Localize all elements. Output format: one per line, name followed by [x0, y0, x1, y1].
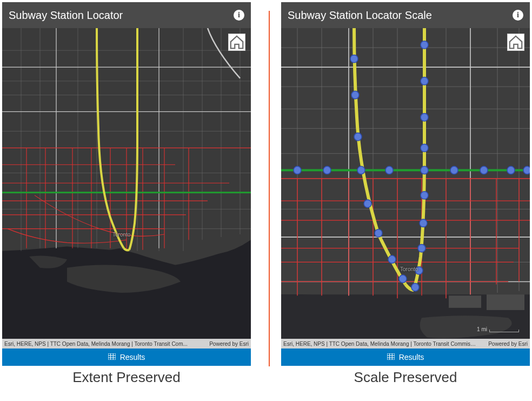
app-header: Subway Station Locator i — [2, 2, 251, 28]
svg-point-23 — [420, 219, 427, 227]
svg-point-29 — [385, 166, 393, 174]
app-header: Subway Station Locator Scale i — [281, 2, 530, 28]
svg-rect-34 — [387, 353, 395, 360]
caption-left: Extent Preserved — [72, 369, 180, 386]
scale-label: 1 mi — [477, 326, 487, 332]
svg-point-25 — [415, 267, 423, 274]
map-viewport-right[interactable]: Toronto 1 mi Esri, HERE, NPS | TTC Open … — [281, 28, 530, 349]
svg-point-17 — [421, 41, 428, 49]
svg-point-26 — [411, 284, 419, 291]
app-frame-left: Subway Station Locator i — [2, 2, 251, 366]
panel-scale-preserved: Subway Station Locator Scale i — [281, 2, 530, 386]
svg-point-24 — [418, 244, 425, 252]
attribution-bar: Esri, HERE, NPS | TTC Open Data, Melinda… — [281, 339, 530, 349]
svg-point-10 — [351, 91, 359, 98]
powered-by-text: Powered by Esri — [488, 341, 528, 347]
app-title: Subway Station Locator Scale — [288, 9, 432, 22]
svg-point-15 — [388, 255, 396, 263]
svg-rect-8 — [487, 294, 524, 310]
svg-point-27 — [294, 166, 301, 174]
scale-bar: 1 mi — [477, 326, 519, 332]
results-label: Results — [399, 353, 424, 361]
results-label: Results — [120, 353, 145, 361]
svg-point-21 — [421, 166, 428, 174]
svg-point-31 — [480, 166, 488, 174]
app-title: Subway Station Locator — [9, 9, 123, 22]
table-icon — [387, 353, 395, 361]
scale-tick — [489, 330, 519, 332]
svg-point-28 — [323, 166, 331, 174]
attribution-bar: Esri, HERE, NPS | TTC Open Data, Melinda… — [2, 339, 251, 349]
info-icon[interactable]: i — [513, 10, 523, 21]
svg-point-18 — [421, 77, 428, 85]
svg-point-13 — [364, 200, 371, 207]
caption-right: Scale Preserved — [354, 369, 457, 386]
svg-point-19 — [421, 114, 428, 121]
attribution-text: Esri, HERE, NPS | TTC Open Data, Melinda… — [4, 341, 198, 347]
svg-point-32 — [507, 166, 515, 174]
svg-point-14 — [375, 229, 382, 237]
powered-by-text: Powered by Esri — [209, 341, 249, 347]
svg-rect-7 — [449, 295, 481, 308]
svg-point-11 — [354, 133, 362, 141]
home-button[interactable] — [228, 34, 245, 51]
svg-point-12 — [357, 166, 365, 174]
vertical-divider — [269, 11, 270, 366]
home-icon — [508, 34, 524, 50]
home-icon — [229, 34, 245, 50]
info-icon[interactable]: i — [234, 10, 244, 21]
table-icon — [108, 353, 116, 361]
svg-point-16 — [399, 275, 407, 282]
svg-point-33 — [523, 166, 530, 174]
map-canvas — [2, 28, 251, 349]
map-canvas — [281, 28, 530, 349]
results-button[interactable]: Results — [2, 349, 251, 366]
svg-point-20 — [421, 144, 428, 152]
map-viewport-left[interactable]: Toronto Esri, HERE, NPS | TTC Open Data,… — [2, 28, 251, 349]
home-button[interactable] — [507, 34, 524, 51]
svg-point-9 — [350, 55, 358, 62]
panel-extent-preserved: Subway Station Locator i — [2, 2, 251, 386]
svg-point-22 — [421, 192, 428, 199]
svg-point-30 — [450, 166, 458, 174]
svg-rect-1 — [108, 353, 116, 360]
attribution-text: Esri, HERE, NPS | TTC Open Data, Melinda… — [283, 341, 477, 347]
results-button[interactable]: Results — [281, 349, 530, 366]
app-frame-right: Subway Station Locator Scale i — [281, 2, 530, 366]
